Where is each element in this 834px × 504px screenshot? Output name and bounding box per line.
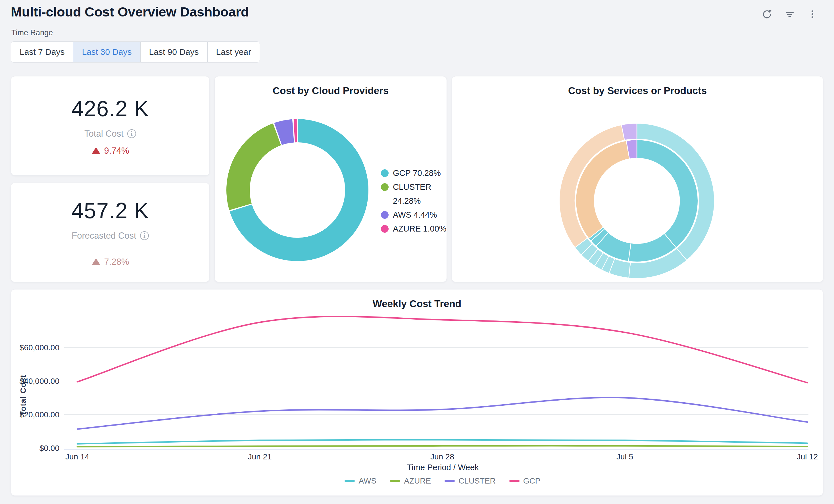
x-axis-tick-label: Jul 12 xyxy=(797,452,818,461)
legend-item-GCP[interactable]: GCP xyxy=(509,477,541,485)
trend-line-GCP[interactable] xyxy=(77,316,807,383)
time-range-group: Last 7 DaysLast 30 DaysLast 90 DaysLast … xyxy=(11,42,260,63)
donut-segment-AZURE[interactable] xyxy=(294,119,297,143)
y-axis-tick-label: $0.00 xyxy=(40,444,59,453)
filter-icon xyxy=(784,8,796,20)
legend-item-AZURE[interactable]: AZURE xyxy=(390,477,431,485)
page-title: Multi-cloud Cost Overview Dashboard xyxy=(11,4,249,20)
legend-label: GCP xyxy=(523,477,541,485)
legend-label: AWS 4.44% xyxy=(393,208,448,222)
line-chart-legend: AWSAZURECLUSTERGCP xyxy=(37,477,834,485)
x-axis-tick-label: Jun 28 xyxy=(430,452,454,461)
kpi-label-row: Forecasted Cost i xyxy=(71,231,149,241)
y-axis-tick-label: $60,000.00 xyxy=(20,343,59,352)
time-range-button[interactable]: Last 30 Days xyxy=(73,42,140,62)
legend-item-AWS[interactable]: AWS 4.44% xyxy=(381,208,449,222)
legend-dash-icon xyxy=(345,480,355,482)
weekly-cost-trend-card: Weekly Cost Trend $0.00$20,000.00$40,000… xyxy=(11,289,823,496)
line-chart[interactable]: $0.00$20,000.00$40,000.00$60,000.00Jun 1… xyxy=(11,289,824,496)
trend-line-AWS[interactable] xyxy=(77,440,807,444)
arrow-up-icon xyxy=(91,258,101,265)
legend-label: GCP 70.28% xyxy=(393,166,448,180)
time-range-button[interactable]: Last 90 Days xyxy=(140,42,207,62)
legend-dash-icon xyxy=(509,480,520,482)
trend-line-AZURE[interactable] xyxy=(77,446,807,446)
kpi-delta-value: 9.74% xyxy=(104,146,129,156)
legend-label: AZURE 1.00% xyxy=(393,222,448,236)
kpi-label-row: Total Cost i xyxy=(84,129,136,139)
info-icon[interactable]: i xyxy=(140,231,149,240)
time-range-button[interactable]: Last year xyxy=(207,42,260,62)
refresh-button[interactable] xyxy=(760,7,774,21)
legend-dot-icon xyxy=(381,211,389,219)
legend-label: AZURE xyxy=(404,477,431,485)
more-options-button[interactable] xyxy=(806,7,819,21)
legend-item-AWS[interactable]: AWS xyxy=(345,477,376,485)
x-axis-tick-label: Jun 14 xyxy=(65,452,89,461)
y-axis-title: Total Cost xyxy=(19,375,27,416)
sunburst-segment-outer[interactable] xyxy=(621,123,637,140)
time-range-label: Time Range xyxy=(12,28,53,37)
legend-item-GCP[interactable]: GCP 70.28% xyxy=(381,166,449,180)
kpi-value: 426.2 K xyxy=(71,96,149,121)
kpi-delta-row: 9.74% xyxy=(91,146,129,156)
donut-legend: GCP 70.28%CLUSTER 24.28%AWS 4.44%AZURE 1… xyxy=(381,166,449,236)
kpi-card-total-cost: 426.2 K Total Cost i 9.74% xyxy=(11,76,210,176)
kpi-card-forecasted-cost: 457.2 K Forecasted Cost i 7.28% xyxy=(11,183,210,282)
legend-dot-icon xyxy=(381,183,389,191)
cost-by-services-card: Cost by Services or Products xyxy=(452,76,823,282)
legend-dot-icon xyxy=(381,225,389,233)
legend-dot-icon xyxy=(381,169,389,177)
time-range-button[interactable]: Last 7 Days xyxy=(11,42,73,62)
kpi-delta-value: 7.28% xyxy=(104,257,129,267)
legend-item-CLUSTER[interactable]: CLUSTER xyxy=(444,477,496,485)
legend-item-CLUSTER[interactable]: CLUSTER 24.28% xyxy=(381,180,449,208)
filter-button[interactable] xyxy=(783,7,796,21)
donut-segment-CLUSTER[interactable] xyxy=(226,123,281,210)
kpi-label: Total Cost xyxy=(84,129,124,139)
info-icon[interactable]: i xyxy=(127,129,136,138)
legend-label: AWS xyxy=(358,477,376,485)
arrow-up-icon xyxy=(91,147,101,154)
x-axis-tick-label: Jun 21 xyxy=(248,452,271,461)
x-axis-tick-label: Jul 5 xyxy=(616,452,633,461)
legend-label: CLUSTER 24.28% xyxy=(393,180,448,208)
refresh-icon xyxy=(761,8,773,20)
legend-dash-icon xyxy=(444,480,455,482)
sunburst-chart[interactable] xyxy=(452,76,824,282)
cost-by-cloud-providers-card: Cost by Cloud Providers GCP 70.28%CLUSTE… xyxy=(215,76,447,282)
trend-line-CLUSTER[interactable] xyxy=(77,397,807,429)
kpi-label: Forecasted Cost xyxy=(71,231,136,241)
header-actions xyxy=(760,7,819,21)
kpi-value: 457.2 K xyxy=(71,198,149,223)
legend-label: CLUSTER xyxy=(459,477,496,485)
legend-dash-icon xyxy=(390,480,400,482)
kebab-menu-icon xyxy=(807,8,818,20)
kpi-delta-row: 7.28% xyxy=(91,257,129,267)
x-axis-title: Time Period / Week xyxy=(407,463,479,472)
legend-item-AZURE[interactable]: AZURE 1.00% xyxy=(381,222,449,236)
